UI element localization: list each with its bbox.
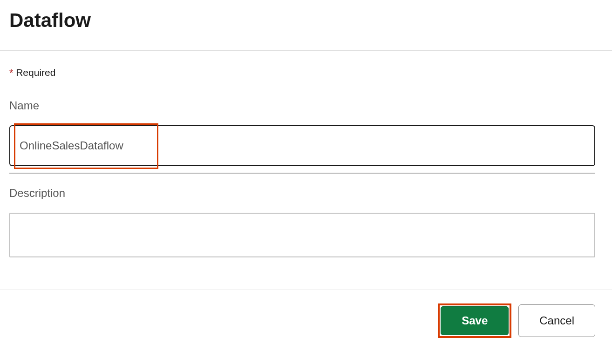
footer-actions: Save Cancel: [0, 290, 612, 338]
name-input[interactable]: [9, 125, 595, 166]
required-asterisk-icon: *: [9, 67, 13, 78]
required-note: *Required: [9, 67, 603, 78]
name-input-container: [9, 125, 603, 166]
form-section: *Required Name Description: [0, 51, 612, 273]
cancel-button[interactable]: Cancel: [518, 304, 595, 337]
description-input[interactable]: [9, 213, 595, 257]
name-underline: [9, 173, 595, 174]
page-title: Dataflow: [0, 0, 612, 50]
name-label: Name: [9, 99, 603, 112]
save-button-highlight-annotation: Save: [438, 303, 511, 338]
required-text: Required: [16, 67, 55, 78]
save-button[interactable]: Save: [441, 306, 509, 335]
description-label: Description: [9, 187, 603, 200]
